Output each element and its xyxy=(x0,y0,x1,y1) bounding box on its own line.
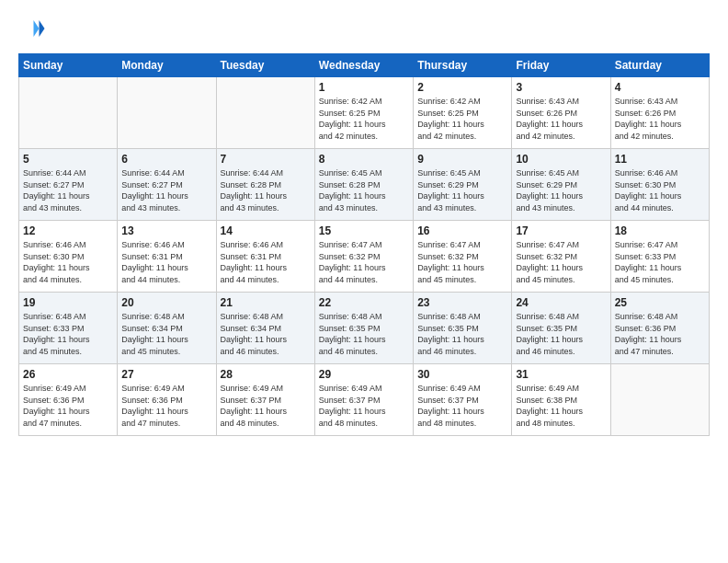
day-number: 25 xyxy=(615,296,705,309)
day-cell: 5Sunrise: 6:44 AMSunset: 6:27 PMDaylight… xyxy=(19,149,118,221)
day-number: 10 xyxy=(516,153,606,166)
day-number: 2 xyxy=(417,81,507,94)
day-info: Sunrise: 6:47 AMSunset: 6:33 PMDaylight:… xyxy=(615,239,705,285)
day-info: Sunrise: 6:47 AMSunset: 6:32 PMDaylight:… xyxy=(319,239,409,285)
day-number: 19 xyxy=(23,296,113,309)
day-info: Sunrise: 6:45 AMSunset: 6:28 PMDaylight:… xyxy=(319,167,409,213)
day-number: 30 xyxy=(417,368,507,381)
day-number: 22 xyxy=(319,296,409,309)
day-number: 16 xyxy=(417,224,507,237)
day-number: 9 xyxy=(417,153,507,166)
day-info: Sunrise: 6:44 AMSunset: 6:27 PMDaylight:… xyxy=(121,167,211,213)
day-number: 17 xyxy=(516,224,606,237)
week-row-1: 1Sunrise: 6:42 AMSunset: 6:25 PMDaylight… xyxy=(19,77,710,149)
header-sunday: Sunday xyxy=(19,54,118,77)
day-info: Sunrise: 6:43 AMSunset: 6:26 PMDaylight:… xyxy=(615,96,705,142)
day-info: Sunrise: 6:48 AMSunset: 6:36 PMDaylight:… xyxy=(615,311,705,357)
page-header xyxy=(18,15,710,42)
day-cell: 7Sunrise: 6:44 AMSunset: 6:28 PMDaylight… xyxy=(216,149,314,221)
day-number: 6 xyxy=(121,153,211,166)
day-number: 26 xyxy=(23,368,113,381)
day-cell: 28Sunrise: 6:49 AMSunset: 6:37 PMDayligh… xyxy=(216,364,314,436)
day-info: Sunrise: 6:48 AMSunset: 6:35 PMDaylight:… xyxy=(319,311,409,357)
day-cell: 15Sunrise: 6:47 AMSunset: 6:32 PMDayligh… xyxy=(314,221,413,293)
header-saturday: Saturday xyxy=(610,54,709,77)
day-info: Sunrise: 6:48 AMSunset: 6:35 PMDaylight:… xyxy=(516,311,606,357)
day-cell: 16Sunrise: 6:47 AMSunset: 6:32 PMDayligh… xyxy=(414,221,512,293)
day-cell: 27Sunrise: 6:49 AMSunset: 6:36 PMDayligh… xyxy=(118,364,216,436)
day-cell: 11Sunrise: 6:46 AMSunset: 6:30 PMDayligh… xyxy=(610,149,709,221)
day-cell: 26Sunrise: 6:49 AMSunset: 6:36 PMDayligh… xyxy=(19,364,118,436)
week-row-3: 12Sunrise: 6:46 AMSunset: 6:30 PMDayligh… xyxy=(19,221,710,293)
logo-icon xyxy=(18,15,46,42)
day-number: 13 xyxy=(121,224,211,237)
day-number: 12 xyxy=(23,224,113,237)
day-cell: 30Sunrise: 6:49 AMSunset: 6:37 PMDayligh… xyxy=(414,364,512,436)
day-info: Sunrise: 6:49 AMSunset: 6:36 PMDaylight:… xyxy=(121,383,211,429)
day-info: Sunrise: 6:48 AMSunset: 6:34 PMDaylight:… xyxy=(221,311,311,357)
day-info: Sunrise: 6:47 AMSunset: 6:32 PMDaylight:… xyxy=(516,239,606,285)
day-cell: 23Sunrise: 6:48 AMSunset: 6:35 PMDayligh… xyxy=(414,293,512,364)
day-number: 29 xyxy=(319,368,409,381)
day-number: 3 xyxy=(516,81,606,94)
day-number: 4 xyxy=(615,81,705,94)
day-cell: 18Sunrise: 6:47 AMSunset: 6:33 PMDayligh… xyxy=(610,221,709,293)
header-row: SundayMondayTuesdayWednesdayThursdayFrid… xyxy=(19,54,710,77)
day-number: 5 xyxy=(23,153,113,166)
day-cell: 31Sunrise: 6:49 AMSunset: 6:38 PMDayligh… xyxy=(512,364,610,436)
day-info: Sunrise: 6:48 AMSunset: 6:35 PMDaylight:… xyxy=(417,311,507,357)
day-number: 23 xyxy=(417,296,507,309)
day-cell: 10Sunrise: 6:45 AMSunset: 6:29 PMDayligh… xyxy=(512,149,610,221)
day-cell: 2Sunrise: 6:42 AMSunset: 6:25 PMDaylight… xyxy=(414,77,512,149)
day-cell: 14Sunrise: 6:46 AMSunset: 6:31 PMDayligh… xyxy=(216,221,314,293)
day-info: Sunrise: 6:49 AMSunset: 6:37 PMDaylight:… xyxy=(221,383,311,429)
day-info: Sunrise: 6:45 AMSunset: 6:29 PMDaylight:… xyxy=(417,167,507,213)
day-cell: 17Sunrise: 6:47 AMSunset: 6:32 PMDayligh… xyxy=(512,221,610,293)
day-cell: 25Sunrise: 6:48 AMSunset: 6:36 PMDayligh… xyxy=(610,293,709,364)
day-info: Sunrise: 6:49 AMSunset: 6:36 PMDaylight:… xyxy=(23,383,113,429)
day-info: Sunrise: 6:46 AMSunset: 6:30 PMDaylight:… xyxy=(615,167,705,213)
day-number: 27 xyxy=(121,368,211,381)
day-number: 21 xyxy=(221,296,311,309)
day-info: Sunrise: 6:46 AMSunset: 6:31 PMDaylight:… xyxy=(221,239,311,285)
day-cell: 21Sunrise: 6:48 AMSunset: 6:34 PMDayligh… xyxy=(216,293,314,364)
week-row-2: 5Sunrise: 6:44 AMSunset: 6:27 PMDaylight… xyxy=(19,149,710,221)
day-cell: 3Sunrise: 6:43 AMSunset: 6:26 PMDaylight… xyxy=(512,77,610,149)
week-row-4: 19Sunrise: 6:48 AMSunset: 6:33 PMDayligh… xyxy=(19,293,710,364)
day-number: 14 xyxy=(221,224,311,237)
day-cell: 19Sunrise: 6:48 AMSunset: 6:33 PMDayligh… xyxy=(19,293,118,364)
day-cell: 1Sunrise: 6:42 AMSunset: 6:25 PMDaylight… xyxy=(314,77,413,149)
calendar-table: SundayMondayTuesdayWednesdayThursdayFrid… xyxy=(18,53,710,436)
day-cell: 24Sunrise: 6:48 AMSunset: 6:35 PMDayligh… xyxy=(512,293,610,364)
day-cell xyxy=(610,364,709,436)
day-info: Sunrise: 6:44 AMSunset: 6:27 PMDaylight:… xyxy=(23,167,113,213)
day-cell: 6Sunrise: 6:44 AMSunset: 6:27 PMDaylight… xyxy=(118,149,216,221)
day-number: 24 xyxy=(516,296,606,309)
header-wednesday: Wednesday xyxy=(314,54,413,77)
svg-marker-1 xyxy=(34,20,40,37)
day-cell: 4Sunrise: 6:43 AMSunset: 6:26 PMDaylight… xyxy=(610,77,709,149)
day-info: Sunrise: 6:42 AMSunset: 6:25 PMDaylight:… xyxy=(319,96,409,142)
svg-marker-0 xyxy=(40,20,45,37)
day-number: 28 xyxy=(221,368,311,381)
week-row-5: 26Sunrise: 6:49 AMSunset: 6:36 PMDayligh… xyxy=(19,364,710,436)
day-cell: 20Sunrise: 6:48 AMSunset: 6:34 PMDayligh… xyxy=(118,293,216,364)
day-number: 7 xyxy=(221,153,311,166)
day-cell: 9Sunrise: 6:45 AMSunset: 6:29 PMDaylight… xyxy=(414,149,512,221)
day-number: 15 xyxy=(319,224,409,237)
day-number: 31 xyxy=(516,368,606,381)
day-info: Sunrise: 6:42 AMSunset: 6:25 PMDaylight:… xyxy=(417,96,507,142)
day-number: 20 xyxy=(121,296,211,309)
day-info: Sunrise: 6:49 AMSunset: 6:38 PMDaylight:… xyxy=(516,383,606,429)
day-info: Sunrise: 6:43 AMSunset: 6:26 PMDaylight:… xyxy=(516,96,606,142)
day-info: Sunrise: 6:44 AMSunset: 6:28 PMDaylight:… xyxy=(221,167,311,213)
day-number: 8 xyxy=(319,153,409,166)
day-info: Sunrise: 6:48 AMSunset: 6:34 PMDaylight:… xyxy=(121,311,211,357)
day-number: 18 xyxy=(615,224,705,237)
logo xyxy=(18,15,50,42)
day-info: Sunrise: 6:48 AMSunset: 6:33 PMDaylight:… xyxy=(23,311,113,357)
header-thursday: Thursday xyxy=(414,54,512,77)
day-info: Sunrise: 6:45 AMSunset: 6:29 PMDaylight:… xyxy=(516,167,606,213)
day-cell: 29Sunrise: 6:49 AMSunset: 6:37 PMDayligh… xyxy=(314,364,413,436)
header-monday: Monday xyxy=(118,54,216,77)
